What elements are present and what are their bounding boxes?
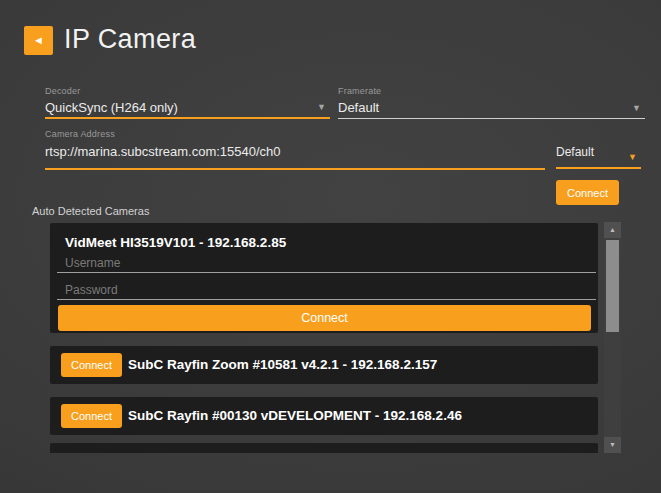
ip-camera-panel: ◄ IP Camera Decoder QuickSync (H264 only… [0,0,661,493]
chevron-down-icon: ▼ [632,103,641,113]
arrow-down-icon: ▼ [609,441,616,448]
scroll-down-button[interactable]: ▼ [604,437,621,453]
username-input[interactable] [57,255,596,273]
camera-address-label: Camera Address [45,129,545,139]
scrollbar-thumb[interactable] [606,240,619,332]
arrow-up-icon: ▲ [609,226,616,233]
decoder-value: QuickSync (H264 only) [45,100,330,115]
camera-title: VidMeet HI3519V101 - 192.168.2.85 [65,235,286,250]
framerate-label: Framerate [338,86,645,96]
camera-card-rayfin-zoom: Connect SubC Rayfin Zoom #10581 v4.2.1 -… [50,346,598,384]
scroll-up-button[interactable]: ▲ [604,222,621,238]
camera-card-rayfin-dev: Connect SubC Rayfin #00130 vDEVELOPMENT … [50,397,598,435]
camera-card-vidmeet: VidMeet HI3519V101 - 192.168.2.85 Connec… [50,223,598,333]
camera-address-field: Camera Address [45,129,545,170]
decoder-label: Decoder [45,86,330,96]
camera-list-scrollbar[interactable]: ▲ ▼ [604,222,621,453]
connect-camera-button[interactable]: Connect [61,404,122,428]
connect-button[interactable]: Connect [556,180,619,205]
back-arrow-icon: ◄ [33,34,44,46]
connect-camera-button[interactable]: Connect [58,305,591,331]
chevron-down-icon: ▼ [317,102,326,112]
auto-detected-cameras-label: Auto Detected Cameras [32,205,149,217]
framerate-value: Default [338,100,645,115]
framerate-dropdown[interactable]: Framerate Default ▼ [338,86,645,119]
page-title: IP Camera [64,24,196,55]
chevron-down-icon: ▼ [628,152,637,162]
stream-type-dropdown[interactable]: Default ▼ [556,138,641,169]
camera-address-input[interactable] [45,144,545,159]
camera-card-partial [50,443,598,453]
camera-title: SubC Rayfin #00130 vDEVELOPMENT - 192.16… [128,397,462,435]
password-input[interactable] [57,282,596,300]
camera-title: SubC Rayfin Zoom #10581 v4.2.1 - 192.168… [128,346,437,384]
back-button[interactable]: ◄ [24,26,53,55]
decoder-dropdown[interactable]: Decoder QuickSync (H264 only) ▼ [45,86,330,119]
connect-camera-button[interactable]: Connect [61,353,122,377]
